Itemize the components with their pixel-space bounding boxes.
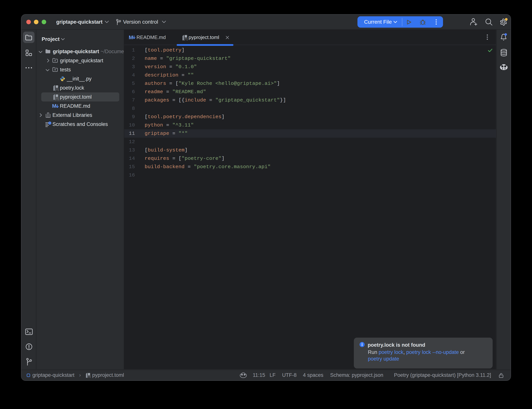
svg-text:[T]: [T] [55, 97, 59, 100]
svg-text:[T]: [T] [184, 37, 187, 40]
svg-text:[T]: [T] [87, 375, 91, 378]
svg-text:[T]: [T] [55, 88, 59, 91]
